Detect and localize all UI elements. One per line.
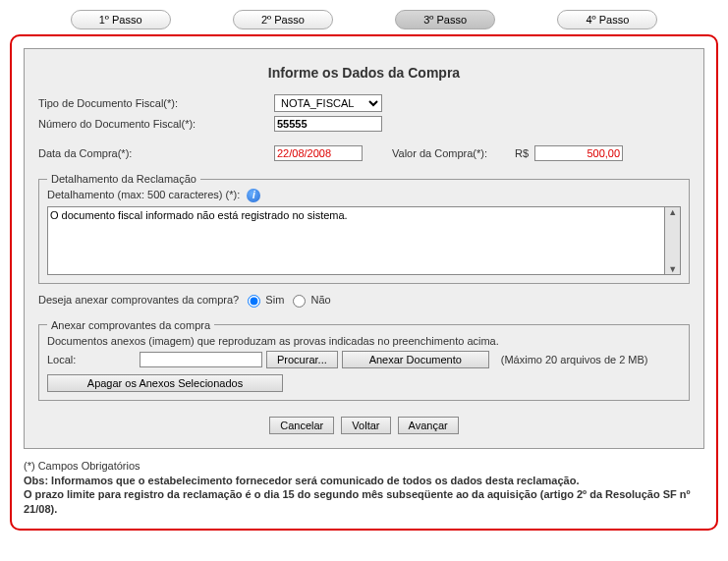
label-tipo-doc: Tipo de Documento Fiscal(*): [38,97,274,109]
page-title: Informe os Dados da Compra [38,65,690,81]
legend-detalhamento: Detalhamento da Reclamação [47,173,200,185]
footer-obs: Obs: Informamos que o estabelecimento fo… [24,474,704,488]
select-tipo-doc[interactable]: NOTA_FISCAL [274,94,382,112]
fieldset-anexar: Anexar comprovantes da compra Documentos… [38,319,690,401]
radio-nao[interactable] [293,295,306,308]
label-valor-compra: Valor da Compra(*): [392,147,487,159]
label-detalhamento: Detalhamento (max: 500 caracteres) (*): [47,189,240,200]
anexar-documento-button[interactable]: Anexar Documento [342,351,489,368]
avancar-button[interactable]: Avançar [398,417,459,434]
label-local: Local: [47,354,136,365]
label-sim: Sim [265,294,284,306]
anexar-pergunta-row: Deseja anexar comprovantes da compra? Si… [38,294,690,308]
input-num-doc[interactable] [274,116,382,132]
voltar-button[interactable]: Voltar [341,417,390,434]
tab-step-4[interactable]: 4º Passo [557,10,657,29]
tab-step-1[interactable]: 1º Passo [71,10,171,29]
action-buttons: Cancelar Voltar Avançar [38,417,690,434]
main-panel: Informe os Dados da Compra Tipo de Docum… [10,34,718,531]
form-panel: Informe os Dados da Compra Tipo de Docum… [24,48,704,449]
label-nao: Não [310,294,330,306]
browse-button[interactable]: Procurar... [266,351,338,368]
max-files-hint: (Máximo 20 arquivos de 2 MB) [501,354,648,365]
radio-sim[interactable] [248,295,260,308]
input-valor-compra[interactable] [534,145,623,161]
anexar-desc: Documentos anexos (imagem) que reproduza… [47,335,681,347]
footer-prazo: O prazo limite para registro da reclamaç… [24,487,704,517]
apagar-anexos-button[interactable]: Apagar os Anexos Selecionados [47,374,283,392]
label-num-doc: Número do Documento Fiscal(*): [38,118,274,130]
info-icon[interactable]: i [247,189,260,202]
scrollbar[interactable]: ▲▼ [665,206,681,275]
step-tabs: 1º Passo 2º Passo 3º Passo 4º Passo [10,10,718,29]
legend-anexar: Anexar comprovantes da compra [47,319,214,331]
textarea-detalhamento[interactable]: O documento fiscal informado não está re… [47,206,665,275]
footer-required: (*) Campos Obrigatórios [24,459,704,474]
label-rs: R$ [515,147,529,159]
tab-step-3[interactable]: 3º Passo [395,10,495,29]
footer-notes: (*) Campos Obrigatórios Obs: Informamos … [24,459,704,517]
fieldset-detalhamento: Detalhamento da Reclamação Detalhamento … [38,173,690,284]
cancelar-button[interactable]: Cancelar [269,417,334,434]
tab-step-2[interactable]: 2º Passo [233,10,333,29]
label-data-compra: Data da Compra(*): [38,147,274,159]
input-data-compra[interactable] [274,145,363,161]
label-anexar-pergunta: Deseja anexar comprovantes da compra? [38,294,239,306]
input-file-path [140,352,262,367]
